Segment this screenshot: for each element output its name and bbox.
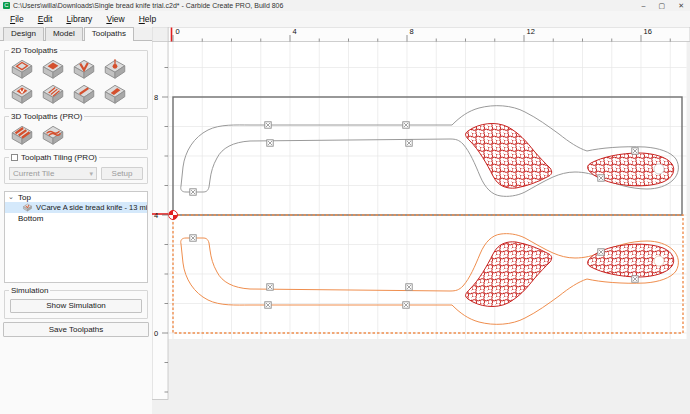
- advanced-vcarve-toolpath-icon[interactable]: [9, 83, 35, 105]
- 3d-toolpath-icon-grid: [9, 124, 143, 146]
- horizontal-ruler: 0481216: [168, 27, 690, 42]
- toolpath-sidebar: Design Model Toolpaths 2D Toolpaths: [0, 27, 152, 414]
- lanyard-hole-b: [654, 256, 664, 266]
- job-origin-marker: [169, 211, 178, 220]
- ruler-h-label: 8: [410, 27, 414, 36]
- toolpath-node-marker[interactable]: [403, 122, 409, 128]
- group-2d-toolpaths: 2D Toolpaths: [4, 50, 148, 109]
- engrave-toolpath-icon[interactable]: [71, 83, 97, 105]
- save-toolpaths-button[interactable]: Save Toolpaths: [3, 322, 149, 337]
- toolpath-node-marker[interactable]: [632, 148, 638, 154]
- chevron-down-icon: ▾: [89, 170, 93, 178]
- tree-item-vcarve-label: VCarve A side bread knife - 13 minutes: [36, 203, 148, 212]
- toolpath-node-marker[interactable]: [598, 249, 604, 255]
- ruler-h-label: 0: [176, 27, 180, 36]
- toolpaths-panel: 2D Toolpaths: [0, 40, 152, 414]
- toolpath-node-marker[interactable]: [632, 276, 638, 282]
- menu-bar: File Edit Library View Help: [0, 11, 690, 27]
- tree-group-bottom[interactable]: Bottom: [5, 213, 147, 223]
- vcarve-toolpath-icon[interactable]: [71, 58, 97, 80]
- toolpath-node-marker[interactable]: [267, 284, 273, 290]
- finish-3d-toolpath-icon[interactable]: [40, 124, 66, 146]
- ruler-v-label: 0: [154, 329, 158, 338]
- tab-toolpaths[interactable]: Toolpaths: [84, 27, 134, 41]
- close-icon[interactable]: ✕: [678, 1, 684, 11]
- maximize-icon[interactable]: ▢: [659, 1, 666, 11]
- group-3d-toolpaths: 3D Toolpaths (PRO): [4, 116, 148, 150]
- 2d-toolpath-icon-grid: [9, 58, 143, 105]
- tab-model[interactable]: Model: [45, 27, 83, 41]
- toolpath-node-marker[interactable]: [265, 302, 271, 308]
- ruler-v-label: 4: [154, 211, 158, 220]
- show-simulation-button[interactable]: Show Simulation: [10, 299, 142, 313]
- toolpath-node-marker[interactable]: [190, 189, 196, 195]
- drill-toolpath-icon[interactable]: [102, 58, 128, 80]
- setup-button[interactable]: Setup: [101, 167, 143, 180]
- design-canvas-viewport[interactable]: 0481216 840: [152, 27, 690, 414]
- tree-group-bottom-label: Bottom: [18, 214, 43, 223]
- group-2d-toolpaths-label: 2D Toolpaths: [9, 46, 60, 55]
- toolpath-node-marker[interactable]: [406, 140, 412, 146]
- carbide-create-window: { "window": { "title": "C:\\Users\\willa…: [0, 0, 690, 414]
- texture-toolpath-icon[interactable]: [40, 83, 66, 105]
- ruler-corner: [152, 27, 168, 42]
- title-bar: C C:\Users\willa\Downloads\Single bread …: [0, 0, 690, 11]
- rough-3d-toolpath-icon[interactable]: [9, 124, 35, 146]
- menu-edit[interactable]: Edit: [31, 12, 60, 26]
- current-tile-select[interactable]: Current Tile ▾: [9, 167, 97, 180]
- window-title: C:\Users\willa\Downloads\Single bread kn…: [13, 2, 283, 9]
- lanyard-hole-a: [654, 164, 664, 174]
- minimize-icon[interactable]: –: [642, 1, 646, 11]
- drawing-area: [169, 42, 687, 340]
- slot-toolpath-icon[interactable]: [102, 83, 128, 105]
- toolpath-node-marker[interactable]: [267, 140, 273, 146]
- tab-design[interactable]: Design: [3, 27, 44, 41]
- menu-library[interactable]: Library: [59, 12, 99, 26]
- simulation-label: Simulation: [9, 286, 50, 295]
- toolpath-tiling-label: Toolpath Tiling (PRO): [21, 153, 97, 162]
- ruler-h-label: 16: [644, 27, 652, 36]
- canvas-svg[interactable]: 0481216 840: [152, 27, 690, 414]
- group-toolpath-tiling: Toolpath Tiling (PRO) Current Tile ▾ Set…: [4, 157, 148, 184]
- current-tile-value: Current Tile: [13, 169, 54, 178]
- contour-toolpath-icon[interactable]: [9, 58, 35, 80]
- ruler-v-label: 8: [154, 93, 158, 102]
- chevron-expand-icon[interactable]: ⌄: [8, 193, 15, 201]
- toolpath-node-marker[interactable]: [598, 175, 604, 181]
- tree-group-top[interactable]: ⌄ Top: [5, 192, 147, 202]
- tree-group-top-label: Top: [18, 193, 31, 202]
- ruler-h-label: 4: [293, 27, 297, 36]
- toolpath-node-marker[interactable]: [265, 122, 271, 128]
- ruler-h-label: 12: [527, 27, 535, 36]
- menu-file[interactable]: File: [3, 12, 31, 26]
- toolpath-tiling-checkbox[interactable]: [11, 154, 18, 161]
- vertical-ruler: 840: [152, 42, 168, 400]
- app-logo-icon: C: [3, 2, 10, 9]
- panel-tabs: Design Model Toolpaths: [0, 27, 152, 41]
- toolpath-node-marker[interactable]: [190, 235, 196, 241]
- tree-item-vcarve[interactable]: VCarve A side bread knife - 13 minutes: [5, 202, 147, 213]
- group-simulation: Simulation Show Simulation: [4, 290, 148, 319]
- toolpath-node-marker[interactable]: [403, 302, 409, 308]
- toolpath-tree: ⌄ Top VCarve A side bread knife - 13 min…: [4, 191, 148, 283]
- pocket-toolpath-icon[interactable]: [40, 58, 66, 80]
- vcarve-toolpath-icon: [22, 203, 33, 212]
- toolpath-node-marker[interactable]: [406, 284, 412, 290]
- group-3d-toolpaths-label: 3D Toolpaths (PRO): [9, 112, 84, 121]
- menu-help[interactable]: Help: [132, 12, 163, 26]
- menu-view[interactable]: View: [99, 12, 131, 26]
